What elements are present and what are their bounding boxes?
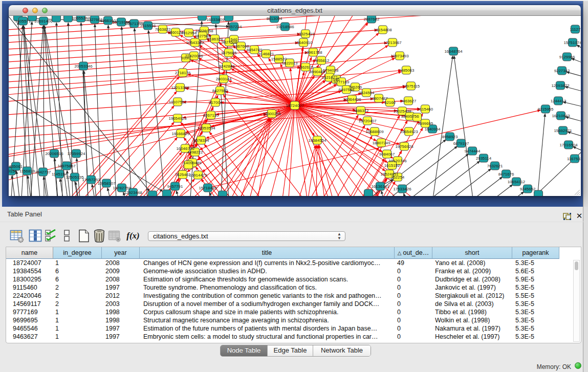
select-all-icon[interactable]: [44, 229, 58, 243]
svg-text:8678334: 8678334: [193, 138, 209, 143]
window-titlebar[interactable]: citations_edges.txt: [9, 5, 581, 16]
table-vertical-scrollbar[interactable]: [573, 260, 580, 342]
svg-text:16154808: 16154808: [374, 28, 392, 32]
column-header-label: year: [114, 249, 126, 256]
delete-column-icon[interactable]: [92, 229, 106, 243]
table-cell: 5.3E-5: [515, 317, 558, 325]
column-header-label: name: [21, 249, 37, 256]
table-row[interactable]: 1872400712008Changes of HCN gene express…: [6, 259, 581, 268]
column-header-out_de[interactable]: △out_de…: [395, 247, 432, 259]
float-panel-icon[interactable]: [563, 212, 572, 221]
table-row[interactable]: 2242004622012Investigating the contribut…: [6, 292, 581, 300]
table-cell: 14569117: [13, 300, 52, 309]
table-cell: 1: [55, 317, 101, 325]
svg-text:12975115: 12975115: [402, 84, 420, 89]
svg-text:252254: 252254: [391, 175, 405, 180]
svg-text:19384554: 19384554: [308, 138, 326, 143]
svg-text:19166829: 19166829: [171, 132, 190, 136]
svg-text:9146821: 9146821: [258, 52, 274, 56]
column-header-short[interactable]: short: [432, 247, 512, 259]
column-header-in_degree[interactable]: in_degree: [53, 247, 102, 259]
graph-node[interactable]: [148, 191, 157, 196]
scrollbar-thumb[interactable]: [575, 261, 578, 270]
table-cell: 9465546: [13, 325, 52, 333]
table-row[interactable]: 1938455462009Genome-wide association stu…: [6, 268, 581, 276]
network-canvas[interactable]: 1405571206914061065528715276026966160107…: [9, 16, 581, 196]
svg-text:10975867: 10975867: [57, 164, 75, 168]
svg-text:16914479: 16914479: [189, 173, 207, 178]
tab-edge-table[interactable]: Edge Table: [268, 345, 313, 356]
function-builder-icon[interactable]: f(x): [124, 229, 142, 243]
svg-text:9390: 9390: [181, 56, 190, 60]
graph-node[interactable]: [64, 16, 73, 22]
svg-text:20053346: 20053346: [74, 64, 93, 69]
table-row[interactable]: 1456911722003Disruption of a novel membe…: [6, 300, 581, 309]
table-row[interactable]: 969969511998Structural magnetic resonanc…: [6, 317, 581, 325]
table-cell: 2: [55, 300, 101, 309]
svg-text:15640910: 15640910: [294, 40, 313, 45]
desktop-top-accent: [0, 1, 588, 4]
graph-node[interactable]: [163, 190, 171, 196]
svg-text:9463627: 9463627: [401, 99, 417, 103]
column-header-title[interactable]: title: [140, 247, 395, 259]
window-resize-grip[interactable]: [573, 188, 580, 195]
table-cell: 0: [397, 292, 431, 300]
svg-text:9227342: 9227342: [554, 69, 570, 73]
table-cell: Tibbo et al. (1998): [435, 309, 511, 317]
table-cell: 2: [55, 292, 101, 300]
graph-node[interactable]: [52, 16, 61, 22]
svg-text:7485063: 7485063: [399, 68, 415, 73]
table-cell: Investigating the contribution of common…: [143, 292, 394, 300]
svg-text:9699695: 9699695: [418, 121, 433, 126]
graph-node-labels: 1405571206914061065528715276026966160107…: [9, 16, 581, 195]
table-row[interactable]: 946362711997Embryonic stem cells: a mode…: [6, 333, 581, 341]
table-cell: Structural magnetic resonance image aver…: [143, 317, 394, 325]
graph-node[interactable]: [198, 16, 207, 20]
svg-text:18226058: 18226058: [195, 29, 213, 33]
table-row[interactable]: 977716911998Corpus callosum shape and si…: [6, 309, 581, 317]
column-header-label: title: [262, 249, 272, 256]
table-cell: 9463627: [13, 333, 52, 341]
table-row[interactable]: 946554611997Estimation of the future num…: [6, 325, 581, 333]
new-column-icon[interactable]: [77, 229, 91, 243]
svg-text:7955812: 7955812: [314, 58, 330, 63]
svg-text:2718176: 2718176: [175, 71, 191, 75]
table-cell: 0: [397, 325, 431, 333]
svg-text:2887682: 2887682: [364, 17, 380, 21]
svg-text:2942737: 2942737: [35, 170, 51, 174]
tab-node-table[interactable]: Node Table: [221, 345, 268, 356]
svg-text:39154: 39154: [9, 169, 17, 173]
table-options-icon[interactable]: [10, 229, 24, 243]
column-header-year[interactable]: year: [102, 247, 140, 259]
table-cell: 1: [55, 259, 101, 268]
svg-text:8267130: 8267130: [203, 113, 219, 118]
graph-node[interactable]: [364, 189, 373, 196]
column-header-label: short: [465, 249, 480, 256]
close-panel-icon[interactable]: ✕: [575, 211, 583, 220]
table-cell: 5.3E-5: [515, 284, 558, 292]
table-cell: 18724007: [13, 259, 52, 268]
svg-text:20364436: 20364436: [343, 97, 361, 102]
select-columns-icon[interactable]: [28, 229, 42, 243]
svg-text:12213967: 12213967: [383, 40, 401, 45]
graph-node[interactable]: [225, 16, 233, 21]
column-header-name[interactable]: name: [6, 247, 53, 259]
svg-text:13325419: 13325419: [296, 32, 315, 36]
unselect-all-icon[interactable]: [60, 229, 74, 243]
svg-text:10961758: 10961758: [304, 50, 322, 55]
table-cell: 1998: [105, 317, 139, 325]
svg-text:62160: 62160: [384, 100, 396, 105]
table-row[interactable]: 1830029562008Estimation of significance …: [6, 276, 581, 284]
svg-text:10543382: 10543382: [186, 40, 204, 45]
tab-network-table[interactable]: Network Table: [313, 345, 371, 356]
svg-text:19654923: 19654923: [400, 129, 418, 134]
table-row[interactable]: 911546021997Tourette syndrome. Phenomeno…: [6, 284, 581, 292]
svg-text:17533426: 17533426: [393, 187, 411, 191]
svg-text:8427552: 8427552: [212, 89, 228, 93]
delete-table-icon[interactable]: [107, 229, 122, 243]
table-chooser-dropdown[interactable]: citations_edges.txt ▲▼: [148, 231, 345, 241]
graph-node[interactable]: [219, 191, 227, 196]
table-cell: 0: [397, 333, 431, 341]
column-header-pagerank[interactable]: pagerank: [512, 247, 559, 259]
svg-text:546: 546: [230, 37, 237, 42]
